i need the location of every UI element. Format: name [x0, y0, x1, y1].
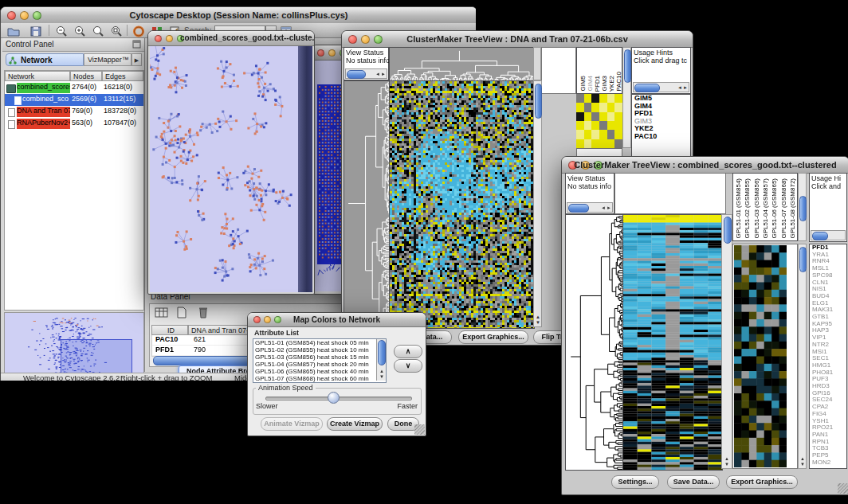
network-list-row[interactable]: combined_scores2764(0)16218(0) [5, 82, 143, 94]
scroll-right-icon[interactable]: ► [683, 85, 688, 90]
float-panel-icon[interactable] [132, 40, 141, 49]
tv2-usage-hscrollbar[interactable] [811, 230, 846, 240]
matrix-cell[interactable] [607, 94, 615, 103]
tab-vizmapper[interactable]: VizMapper™ [84, 53, 132, 66]
save-data--button[interactable]: Save Data... [667, 475, 720, 489]
matrix-cell[interactable] [614, 121, 622, 130]
matrix-cell[interactable] [576, 103, 584, 111]
matrix-cell[interactable] [591, 103, 599, 111]
save-icon[interactable] [29, 25, 42, 37]
treeview1-titlebar[interactable]: ClusterMaker TreeView : DNA and Tran 07-… [342, 31, 693, 48]
attribute-list-item[interactable]: GPL51-02 (GSM855) heat shock 10 min [253, 346, 375, 354]
matrix-cell[interactable] [607, 130, 615, 139]
matrix-cell[interactable] [584, 103, 592, 111]
minimize-icon[interactable] [328, 49, 336, 57]
scroll-down-icon[interactable]: ▼ [379, 374, 384, 379]
scroll-up-icon[interactable]: ▲ [800, 456, 805, 461]
tv1-column-dendrogram[interactable] [389, 47, 535, 82]
attribute-list-item[interactable]: GPL51-03 (GSM856) heat shock 15 min [253, 354, 375, 361]
animate-vizmap-button[interactable]: Animate Vizmap [261, 417, 323, 431]
matrix-cell[interactable] [591, 112, 599, 121]
close-icon[interactable] [317, 49, 324, 57]
tv2-column-label[interactable]: GPL51-07 (GSM868) [780, 178, 787, 239]
network-list-row[interactable]: DNA and Tran 07769(0)183728(0) [5, 106, 143, 118]
tv2-heatmap-vscrollbar[interactable]: ▲ ▼ [721, 214, 732, 469]
resize-grip-icon[interactable] [838, 483, 848, 494]
new-page-icon[interactable] [176, 307, 187, 318]
matrix-cell[interactable] [584, 112, 592, 121]
matrix-cell[interactable] [614, 103, 622, 111]
tv2-column-label[interactable]: GPL51-01 (GSM854) [735, 178, 742, 239]
gene-label[interactable]: PAC10 [632, 133, 690, 141]
tv2-column-label[interactable]: GPL51-06 (GSM865) [771, 178, 778, 239]
speed-slider-thumb[interactable] [328, 392, 340, 404]
export-graphics--button[interactable]: Export Graphics... [458, 330, 528, 344]
matrix-cell[interactable] [607, 103, 615, 111]
tv2-row-dendrogram[interactable] [565, 214, 624, 471]
move-down-button[interactable]: ∨ [394, 359, 422, 373]
zoom-fit-icon[interactable] [92, 25, 104, 37]
matrix-cell[interactable] [614, 139, 622, 148]
attribute-list-item[interactable]: GPL51-06 (GSM865) heat shock 40 min [253, 368, 375, 375]
zoom-out-icon[interactable] [55, 25, 68, 37]
tv2-column-label[interactable]: GPL51-04 (GSM857) [762, 178, 769, 239]
tv1-heatmap[interactable] [389, 80, 535, 329]
tv1-column-label[interactable]: PAC10 [615, 72, 622, 92]
tv1-column-label[interactable]: PFD1 [594, 76, 601, 92]
tv1-top-scroll-strip[interactable] [533, 47, 541, 80]
dialog-titlebar[interactable]: Map Colors to Network [248, 313, 426, 327]
tv2-column-label[interactable]: GPL51-02 (GSM855) [744, 178, 751, 239]
tv1-column-label[interactable]: GIM3 [601, 76, 608, 92]
tv2-heatmap[interactable] [622, 214, 723, 471]
scroll-left-icon[interactable]: ◄ [677, 85, 682, 90]
table-icon[interactable] [155, 307, 168, 318]
col-header-edges[interactable]: Edges [102, 71, 143, 81]
matrix-cell[interactable] [584, 130, 592, 139]
treeview2-titlebar[interactable]: ClusterMaker TreeView : combined_scores_… [562, 157, 848, 174]
matrix-cell[interactable] [599, 94, 607, 103]
scroll-up-icon[interactable]: ▲ [724, 456, 729, 461]
attribute-list-item[interactable]: GPL51-07 (GSM868) heat shock 60 min [253, 375, 375, 382]
matrix-cell[interactable] [599, 103, 607, 111]
matrix-cell[interactable] [584, 139, 592, 148]
matrix-cell[interactable] [576, 112, 584, 121]
matrix-cell[interactable] [584, 94, 592, 103]
scroll-left-icon[interactable]: ◄ [601, 205, 606, 210]
matrix-cell[interactable] [584, 121, 592, 130]
zoom-in-icon[interactable] [73, 25, 86, 37]
network-list-row[interactable]: combined_sco2569(6)13112(15) [5, 94, 143, 106]
matrix-cell[interactable] [607, 139, 615, 148]
attribute-list-item[interactable]: GPL51-01 (GSM854) heat shock 05 min [253, 339, 375, 346]
help-ring-icon[interactable] [132, 25, 145, 37]
matrix-cell[interactable] [576, 130, 584, 139]
tv2-view-status-hscrollbar[interactable]: ◄ ► [567, 202, 613, 213]
trash-icon[interactable] [198, 306, 209, 318]
network-right-scroll-area[interactable] [298, 46, 312, 292]
scroll-right-icon[interactable]: ► [607, 205, 611, 210]
zoom-selected-icon[interactable] [110, 25, 123, 37]
gene-label[interactable]: MON2 [810, 459, 846, 467]
tv2-zoom-vscrollbar[interactable]: ▲ ▼ [798, 244, 807, 469]
network-canvas[interactable] [150, 46, 298, 292]
tv1-column-label[interactable]: GIM4 [587, 76, 594, 92]
matrix-cell[interactable] [591, 139, 599, 148]
tv2-zoom-heatmap[interactable] [734, 245, 787, 467]
matrix-cell[interactable] [614, 94, 622, 103]
matrix-cell[interactable] [607, 112, 615, 121]
birdseye-viewport-rect[interactable] [61, 339, 132, 376]
matrix-cell[interactable] [599, 112, 607, 121]
network-window-titlebar[interactable]: combined_scores_good.txt--cluste... [148, 31, 314, 46]
tv1-column-label[interactable]: YKE2 [608, 76, 615, 92]
attribute-list-vscrollbar[interactable]: ▲ ▼ [376, 339, 386, 381]
export-graphics--button[interactable]: Export Graphics... [726, 475, 798, 489]
matrix-cell[interactable] [614, 112, 622, 121]
birdseye-panel[interactable] [4, 312, 144, 400]
attribute-listbox[interactable]: GPL51-01 (GSM854) heat shock 05 minGPL51… [253, 338, 387, 383]
settings--button[interactable]: Settings... [611, 475, 659, 489]
open-folder-icon[interactable] [7, 25, 20, 37]
matrix-cell[interactable] [614, 130, 622, 139]
tv2-column-label[interactable]: GPL51-08 (GSM872) [789, 178, 796, 239]
tv1-heatmap-vscrollbar[interactable]: ▲ ▼ [533, 80, 542, 327]
matrix-cell[interactable] [599, 139, 607, 148]
col-header-network[interactable]: Network [5, 71, 70, 81]
